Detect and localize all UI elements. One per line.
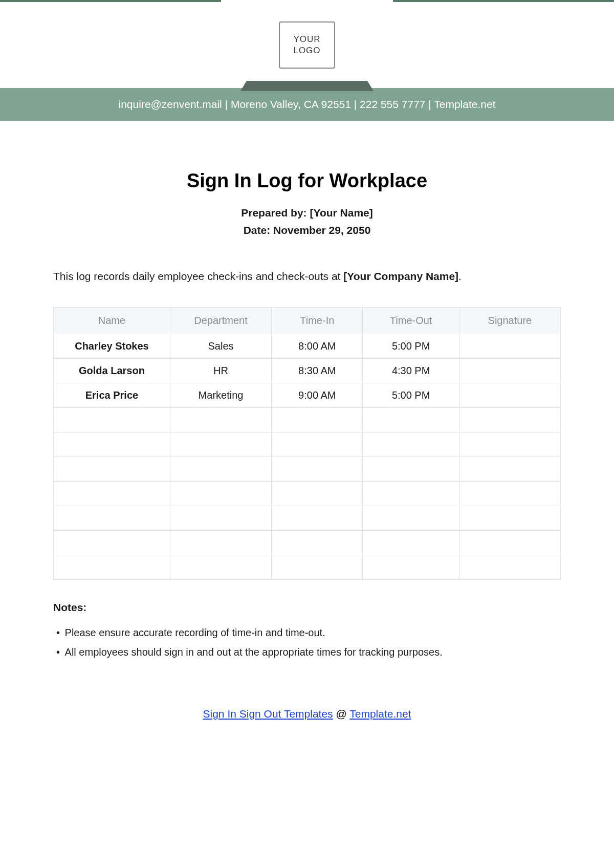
top-divider [0,0,614,2]
footer: Sign In Sign Out Templates @ Template.ne… [53,708,561,720]
cell-sig [459,407,560,432]
table-row: Charley StokesSales8:00 AM5:00 PM [54,334,561,358]
cell-sig [459,383,560,407]
cell-out: 5:00 PM [363,383,459,407]
table-row: Erica PriceMarketing9:00 AM5:00 PM [54,383,561,407]
header-contact-bar: inquire@zenvent.mail | Moreno Valley, CA… [0,88,614,121]
cell-name [54,555,170,579]
header-contact-text: inquire@zenvent.mail | Moreno Valley, CA… [119,98,496,110]
footer-link-site[interactable]: Template.net [349,708,411,720]
table-header-row: Name Department Time-In Time-Out Signatu… [54,307,561,334]
content-area: Sign In Log for Workplace Prepared by: [… [0,170,614,720]
date-label: Date: [244,224,273,236]
cell-out [363,457,459,481]
desc-pre: This log records daily employee check-in… [53,270,343,282]
cell-name [54,481,170,506]
table-row [54,481,561,506]
description: This log records daily employee check-in… [53,268,561,285]
prepared-label: Prepared by: [241,207,310,219]
notes-heading: Notes: [53,601,561,614]
table-row: Golda LarsonHR8:30 AM4:30 PM [54,358,561,383]
cell-dept [170,407,271,432]
cell-sig [459,530,560,555]
prepared-value: [Your Name] [310,207,372,219]
table-row [54,407,561,432]
cell-sig [459,481,560,506]
cell-name [54,530,170,555]
cell-dept [170,457,271,481]
cell-sig [459,555,560,579]
table-row [54,530,561,555]
cell-in: 9:00 AM [272,383,363,407]
cell-out [363,530,459,555]
cell-dept [170,506,271,530]
cell-dept [170,530,271,555]
cell-dept [170,432,271,457]
footer-at: @ [333,708,350,720]
cell-dept: HR [170,358,271,383]
cell-in [272,432,363,457]
desc-company: [Your Company Name] [343,270,458,282]
cell-name [54,432,170,457]
cell-in: 8:00 AM [272,334,363,358]
cell-out [363,407,459,432]
logo-text: YOUR LOGO [280,34,334,56]
subheading: Prepared by: [Your Name] Date: November … [53,204,561,238]
header-bar-wrap: inquire@zenvent.mail | Moreno Valley, CA… [0,81,614,121]
notes-list: Please ensure accurate recording of time… [53,623,561,662]
header-tab-shape [240,81,374,91]
table-row [54,506,561,530]
cell-sig [459,506,560,530]
cell-sig [459,358,560,383]
cell-dept: Sales [170,334,271,358]
cell-sig [459,432,560,457]
cell-in [272,481,363,506]
col-name: Name [54,307,170,334]
cell-out [363,506,459,530]
footer-link-templates[interactable]: Sign In Sign Out Templates [203,708,333,720]
cell-sig [459,457,560,481]
cell-name [54,506,170,530]
table-row [54,555,561,579]
cell-dept: Marketing [170,383,271,407]
signin-table: Name Department Time-In Time-Out Signatu… [53,307,561,580]
cell-in: 8:30 AM [272,358,363,383]
cell-out: 5:00 PM [363,334,459,358]
note-item: Please ensure accurate recording of time… [53,623,561,642]
table-row [54,457,561,481]
cell-out [363,481,459,506]
cell-out [363,555,459,579]
desc-post: . [458,270,462,282]
cell-dept [170,481,271,506]
date-value: November 29, 2050 [273,224,370,236]
note-item: All employees should sign in and out at … [53,642,561,662]
cell-in [272,407,363,432]
cell-name: Charley Stokes [54,334,170,358]
cell-name [54,407,170,432]
col-signature: Signature [459,307,560,334]
page-title: Sign In Log for Workplace [53,170,561,192]
cell-name: Golda Larson [54,358,170,383]
cell-name: Erica Price [54,383,170,407]
logo-placeholder: YOUR LOGO [279,21,335,69]
cell-in [272,530,363,555]
cell-out: 4:30 PM [363,358,459,383]
cell-in [272,555,363,579]
col-department: Department [170,307,271,334]
col-time-out: Time-Out [363,307,459,334]
cell-dept [170,555,271,579]
col-time-in: Time-In [272,307,363,334]
cell-out [363,432,459,457]
table-row [54,432,561,457]
cell-name [54,457,170,481]
cell-in [272,457,363,481]
cell-in [272,506,363,530]
cell-sig [459,334,560,358]
